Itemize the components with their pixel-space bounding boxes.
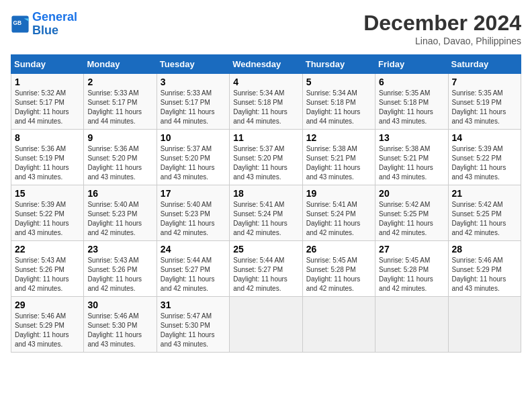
table-row: 18 Sunrise: 5:41 AMSunset: 5:24 PMDaylig… bbox=[230, 185, 302, 241]
calendar-table: Sunday Monday Tuesday Wednesday Thursday… bbox=[11, 54, 521, 353]
table-row: 30 Sunrise: 5:46 AMSunset: 5:30 PMDaylig… bbox=[84, 297, 157, 353]
table-row: 7 Sunrise: 5:35 AMSunset: 5:19 PMDayligh… bbox=[448, 74, 521, 130]
day-info: Sunrise: 5:36 AMSunset: 5:20 PMDaylight:… bbox=[87, 144, 152, 182]
day-number: 4 bbox=[233, 77, 298, 87]
day-info: Sunrise: 5:42 AMSunset: 5:25 PMDaylight:… bbox=[379, 200, 444, 238]
day-number: 13 bbox=[379, 132, 444, 143]
day-number: 3 bbox=[161, 77, 226, 87]
table-row: 17 Sunrise: 5:40 AMSunset: 5:23 PMDaylig… bbox=[157, 185, 229, 241]
table-row: 21 Sunrise: 5:42 AMSunset: 5:25 PMDaylig… bbox=[448, 185, 521, 241]
day-info: Sunrise: 5:32 AMSunset: 5:17 PMDaylight:… bbox=[15, 89, 80, 126]
table-row: 22 Sunrise: 5:43 AMSunset: 5:26 PMDaylig… bbox=[11, 241, 84, 297]
table-row: 3 Sunrise: 5:33 AMSunset: 5:17 PMDayligh… bbox=[157, 74, 229, 130]
day-info: Sunrise: 5:43 AMSunset: 5:26 PMDaylight:… bbox=[87, 256, 152, 293]
day-info: Sunrise: 5:44 AMSunset: 5:27 PMDaylight:… bbox=[233, 256, 298, 293]
day-number: 23 bbox=[87, 244, 152, 255]
day-info: Sunrise: 5:38 AMSunset: 5:21 PMDaylight:… bbox=[379, 144, 444, 182]
header-thursday: Thursday bbox=[302, 55, 375, 74]
table-row bbox=[230, 297, 302, 353]
table-row bbox=[448, 297, 521, 353]
header-tuesday: Tuesday bbox=[157, 55, 229, 74]
header-monday: Monday bbox=[84, 55, 157, 74]
title-section: December 2024 Linao, Davao, Philippines bbox=[363, 11, 521, 46]
day-number: 10 bbox=[161, 132, 226, 143]
table-row: 31 Sunrise: 5:47 AMSunset: 5:30 PMDaylig… bbox=[157, 297, 229, 353]
table-row: 19 Sunrise: 5:41 AMSunset: 5:24 PMDaylig… bbox=[302, 185, 375, 241]
day-info: Sunrise: 5:33 AMSunset: 5:17 PMDaylight:… bbox=[161, 89, 226, 126]
day-number: 20 bbox=[379, 188, 444, 199]
day-info: Sunrise: 5:37 AMSunset: 5:20 PMDaylight:… bbox=[233, 144, 298, 182]
weekday-header-row: Sunday Monday Tuesday Wednesday Thursday… bbox=[11, 55, 521, 74]
table-row: 14 Sunrise: 5:39 AMSunset: 5:22 PMDaylig… bbox=[448, 130, 521, 185]
day-number: 7 bbox=[452, 77, 517, 87]
day-info: Sunrise: 5:44 AMSunset: 5:27 PMDaylight:… bbox=[161, 256, 226, 293]
table-row: 15 Sunrise: 5:39 AMSunset: 5:22 PMDaylig… bbox=[11, 185, 84, 241]
day-info: Sunrise: 5:34 AMSunset: 5:18 PMDaylight:… bbox=[306, 89, 371, 126]
table-row bbox=[302, 297, 375, 353]
month-title: December 2024 bbox=[363, 11, 521, 36]
day-number: 21 bbox=[452, 188, 517, 199]
day-number: 28 bbox=[452, 244, 517, 255]
day-number: 11 bbox=[233, 132, 298, 143]
day-info: Sunrise: 5:35 AMSunset: 5:19 PMDaylight:… bbox=[452, 89, 517, 126]
day-info: Sunrise: 5:39 AMSunset: 5:22 PMDaylight:… bbox=[15, 200, 80, 238]
day-number: 31 bbox=[161, 300, 226, 310]
day-info: Sunrise: 5:46 AMSunset: 5:30 PMDaylight:… bbox=[87, 312, 152, 349]
header-sunday: Sunday bbox=[11, 55, 84, 74]
day-number: 29 bbox=[15, 300, 80, 310]
day-info: Sunrise: 5:47 AMSunset: 5:30 PMDaylight:… bbox=[161, 312, 226, 349]
calendar-week-row: 8 Sunrise: 5:36 AMSunset: 5:19 PMDayligh… bbox=[11, 130, 521, 185]
day-number: 12 bbox=[306, 132, 371, 143]
day-number: 17 bbox=[161, 188, 226, 199]
day-info: Sunrise: 5:41 AMSunset: 5:24 PMDaylight:… bbox=[306, 200, 371, 238]
table-row: 16 Sunrise: 5:40 AMSunset: 5:23 PMDaylig… bbox=[84, 185, 157, 241]
table-row: 10 Sunrise: 5:37 AMSunset: 5:20 PMDaylig… bbox=[157, 130, 229, 185]
table-row bbox=[375, 297, 448, 353]
day-info: Sunrise: 5:46 AMSunset: 5:29 PMDaylight:… bbox=[15, 312, 80, 349]
logo-icon: GB bbox=[11, 15, 30, 34]
calendar-week-row: 22 Sunrise: 5:43 AMSunset: 5:26 PMDaylig… bbox=[11, 241, 521, 297]
table-row: 26 Sunrise: 5:45 AMSunset: 5:28 PMDaylig… bbox=[302, 241, 375, 297]
day-number: 16 bbox=[87, 188, 152, 199]
location: Linao, Davao, Philippines bbox=[363, 36, 521, 46]
day-info: Sunrise: 5:45 AMSunset: 5:28 PMDaylight:… bbox=[379, 256, 444, 293]
day-info: Sunrise: 5:41 AMSunset: 5:24 PMDaylight:… bbox=[233, 200, 298, 238]
table-row: 25 Sunrise: 5:44 AMSunset: 5:27 PMDaylig… bbox=[230, 241, 302, 297]
table-row: 12 Sunrise: 5:38 AMSunset: 5:21 PMDaylig… bbox=[302, 130, 375, 185]
day-number: 2 bbox=[87, 77, 152, 87]
day-number: 26 bbox=[306, 244, 371, 255]
table-row: 9 Sunrise: 5:36 AMSunset: 5:20 PMDayligh… bbox=[84, 130, 157, 185]
day-number: 15 bbox=[15, 188, 80, 199]
table-row: 13 Sunrise: 5:38 AMSunset: 5:21 PMDaylig… bbox=[375, 130, 448, 185]
day-number: 5 bbox=[306, 77, 371, 87]
logo-text: General Blue bbox=[32, 11, 77, 38]
header-friday: Friday bbox=[375, 55, 448, 74]
day-info: Sunrise: 5:43 AMSunset: 5:26 PMDaylight:… bbox=[15, 256, 80, 293]
day-number: 1 bbox=[15, 77, 80, 87]
table-row: 5 Sunrise: 5:34 AMSunset: 5:18 PMDayligh… bbox=[302, 74, 375, 130]
day-info: Sunrise: 5:37 AMSunset: 5:20 PMDaylight:… bbox=[161, 144, 226, 182]
day-number: 25 bbox=[233, 244, 298, 255]
table-row: 2 Sunrise: 5:33 AMSunset: 5:17 PMDayligh… bbox=[84, 74, 157, 130]
table-row: 23 Sunrise: 5:43 AMSunset: 5:26 PMDaylig… bbox=[84, 241, 157, 297]
day-info: Sunrise: 5:42 AMSunset: 5:25 PMDaylight:… bbox=[452, 200, 517, 238]
day-number: 9 bbox=[87, 132, 152, 143]
calendar-week-row: 1 Sunrise: 5:32 AMSunset: 5:17 PMDayligh… bbox=[11, 74, 521, 130]
day-info: Sunrise: 5:40 AMSunset: 5:23 PMDaylight:… bbox=[161, 200, 226, 238]
day-number: 18 bbox=[233, 188, 298, 199]
day-info: Sunrise: 5:38 AMSunset: 5:21 PMDaylight:… bbox=[306, 144, 371, 182]
table-row: 8 Sunrise: 5:36 AMSunset: 5:19 PMDayligh… bbox=[11, 130, 84, 185]
table-row: 24 Sunrise: 5:44 AMSunset: 5:27 PMDaylig… bbox=[157, 241, 229, 297]
day-number: 6 bbox=[379, 77, 444, 87]
day-info: Sunrise: 5:40 AMSunset: 5:23 PMDaylight:… bbox=[87, 200, 152, 238]
day-number: 14 bbox=[452, 132, 517, 143]
day-info: Sunrise: 5:46 AMSunset: 5:29 PMDaylight:… bbox=[452, 256, 517, 293]
day-number: 22 bbox=[15, 244, 80, 255]
table-row: 29 Sunrise: 5:46 AMSunset: 5:29 PMDaylig… bbox=[11, 297, 84, 353]
day-info: Sunrise: 5:36 AMSunset: 5:19 PMDaylight:… bbox=[15, 144, 80, 182]
day-info: Sunrise: 5:45 AMSunset: 5:28 PMDaylight:… bbox=[306, 256, 371, 293]
table-row: 11 Sunrise: 5:37 AMSunset: 5:20 PMDaylig… bbox=[230, 130, 302, 185]
calendar-week-row: 29 Sunrise: 5:46 AMSunset: 5:29 PMDaylig… bbox=[11, 297, 521, 353]
table-row: 20 Sunrise: 5:42 AMSunset: 5:25 PMDaylig… bbox=[375, 185, 448, 241]
day-info: Sunrise: 5:35 AMSunset: 5:18 PMDaylight:… bbox=[379, 89, 444, 126]
